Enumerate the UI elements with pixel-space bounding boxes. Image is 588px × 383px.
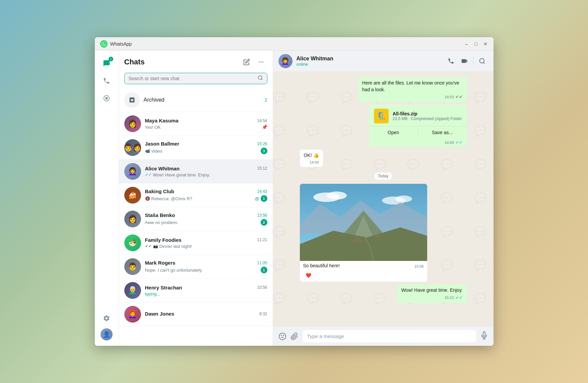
app-window: WhatsApp – □ ✕ 1 (95, 37, 494, 346)
chat-item-dawn[interactable]: 👩‍🦰 Dawn Jones 8:32 (119, 303, 273, 326)
chat-name-jason: Jason Ballmer (145, 141, 180, 147)
chat-time-baking: 14:43 (257, 189, 267, 194)
video-call-button[interactable] (458, 55, 470, 67)
file-time: 14:04 (445, 141, 454, 145)
nav-status[interactable] (99, 91, 114, 106)
chat-name-dawn: Dawn Jones (145, 311, 175, 317)
nav-bottom: 👤 (99, 311, 114, 340)
user-avatar[interactable]: 👤 (101, 328, 113, 340)
photo-caption: So beautiful here! (303, 263, 340, 268)
voice-button[interactable] (480, 331, 488, 341)
chat-time-jason: 15:26 (257, 142, 267, 146)
msg-bubble-last: Wow! Have great time. Enjoy. 15:12 ✔✔ (397, 284, 466, 303)
photo-img (300, 184, 427, 261)
chat-preview-stasa: Aww no problem. (145, 220, 261, 225)
emoji-button[interactable] (278, 332, 286, 340)
file-save-button[interactable]: Save as... (418, 126, 467, 139)
chat-item-stasa[interactable]: 👩 Staša Benko 13:56 Aww no problem. 2 (119, 207, 273, 231)
chat-preview-family: ✔✔ 📷 Dinner last night! (145, 244, 267, 249)
chat-name-family: Family Foodies (145, 237, 182, 243)
archived-count: 2 (265, 97, 267, 103)
chat-time-maya: 14:54 (257, 118, 267, 123)
search-input[interactable] (129, 76, 255, 81)
nav-calls[interactable] (99, 73, 114, 88)
avatar-alice: 👩‍🦱 (124, 163, 141, 180)
chat-time-mark: 11:05 (257, 261, 267, 265)
new-chat-button[interactable] (241, 56, 253, 68)
attach-button[interactable] (290, 332, 299, 340)
chat-item-family[interactable]: 🍜 Family Foodies 11:21 ✔✔ 📷 Dinner last … (119, 231, 273, 255)
chat-time-alice: 15:12 (257, 166, 267, 171)
reaction-heart[interactable]: ❤️ (303, 272, 314, 279)
chat-item-henry[interactable]: 👨‍🦳 Henry Strachan 10:56 typing... (119, 279, 273, 303)
chat-item-alice[interactable]: 👩‍🦱 Alice Whitman 15:12 ✔✔ Wow! Have gre… (119, 160, 273, 183)
svg-line-3 (261, 79, 262, 80)
avatar-maya: 👩 (124, 115, 141, 132)
nav-settings[interactable] (99, 311, 114, 326)
chat-time-family: 11:21 (257, 237, 267, 242)
message-input[interactable] (303, 330, 476, 342)
date-divider: Today (300, 172, 467, 180)
search-chat-button[interactable] (476, 55, 488, 67)
minimize-button[interactable]: – (464, 41, 469, 47)
file-icon: 🗜️ (374, 109, 389, 123)
chat-preview-mark: Nope. I can't go unfortunately. (145, 268, 261, 273)
chat-header: 👩‍🦱 Alice Whitman online (273, 51, 494, 72)
msg-time-last: 15:12 (445, 295, 454, 300)
photo-bubble: So beautiful here! 15:06 ❤️ (300, 184, 427, 282)
msg-row-photo: So beautiful here! 15:06 ❤️ (300, 184, 467, 282)
nav-chats[interactable]: 1 (99, 56, 114, 71)
chat-info-dawn: Dawn Jones 8:32 (145, 311, 267, 318)
photo-time: 15:06 (414, 264, 424, 268)
date-pill: Today (374, 172, 392, 180)
svg-line-5 (483, 62, 484, 64)
sidebar-actions: ··· (241, 56, 267, 68)
chat-item-mark[interactable]: 👨 Mark Rogers 11:05 Nope. I can't go unf… (119, 255, 273, 279)
avatar-baking: 🍰 (124, 187, 141, 204)
chat-preview-baking: 🔇 Rebecca: @Chris R? (145, 196, 255, 201)
msg-row-3: OK! 👍 14:04 (300, 150, 467, 167)
chat-name-henry: Henry Strachan (145, 285, 182, 290)
unread-badge-baking: 1 (261, 195, 267, 202)
search-input-wrap[interactable] (124, 73, 267, 84)
app-body: 1 👤 (95, 51, 494, 346)
chat-name-alice: Alice Whitman (145, 166, 180, 171)
chat-header-info: Alice Whitman online (297, 56, 441, 67)
file-actions: Open Save as... (369, 126, 467, 139)
chat-info-henry: Henry Strachan 10:56 typing... (145, 285, 267, 296)
chat-item-maya[interactable]: 👩 Maya Kasuma 14:54 Yes! OK 📌 (119, 112, 273, 136)
archived-row[interactable]: Archived 2 (119, 88, 273, 112)
chat-item-baking[interactable]: 🍰 Baking Club 14:43 🔇 Rebecca: @Chris R? (119, 183, 273, 207)
app-title: WhatsApp (110, 41, 132, 47)
title-bar-left: WhatsApp (100, 40, 132, 48)
chat-info-baking: Baking Club 14:43 🔇 Rebecca: @Chris R? @… (145, 188, 267, 202)
chats-badge: 1 (109, 57, 113, 61)
file-open-button[interactable]: Open (369, 126, 418, 139)
chat-name-baking: Baking Club (145, 188, 175, 194)
chat-header-actions (445, 55, 488, 67)
search-icon (258, 75, 263, 82)
msg-time-3: 14:04 (310, 160, 319, 165)
chat-time-henry: 10:56 (257, 285, 267, 290)
app-logo (100, 40, 108, 48)
chat-time-dawn: 8:32 (259, 312, 267, 316)
menu-button[interactable]: ··· (255, 56, 267, 68)
search-bar (119, 71, 273, 88)
file-header: 🗜️ All-files.zip 23.5 MB · Compressed (z… (369, 105, 467, 126)
avatar-family: 🍜 (124, 234, 141, 251)
chat-header-avatar[interactable]: 👩‍🦱 (278, 54, 292, 68)
close-button[interactable]: ✕ (483, 41, 488, 47)
msg-ticks-last: ✔✔ (455, 295, 463, 301)
svg-point-4 (479, 59, 484, 63)
avatar-henry: 👨‍🦳 (124, 282, 141, 299)
chat-item-jason[interactable]: 👨‍👩 Jason Ballmer 15:26 📹 Video (119, 136, 273, 160)
svg-point-2 (258, 76, 262, 79)
svg-point-10 (395, 196, 412, 202)
archived-label: Archived (144, 97, 261, 103)
maximize-button[interactable]: □ (473, 41, 479, 47)
msg-bubble-1: Here are all the files. Let me know once… (358, 77, 467, 102)
chat-info-maya: Maya Kasuma 14:54 Yes! OK 📌 (145, 118, 267, 130)
archived-icon (124, 92, 140, 108)
chat-preview-jason: 📹 Video (145, 149, 261, 154)
voice-call-button[interactable] (445, 55, 457, 67)
